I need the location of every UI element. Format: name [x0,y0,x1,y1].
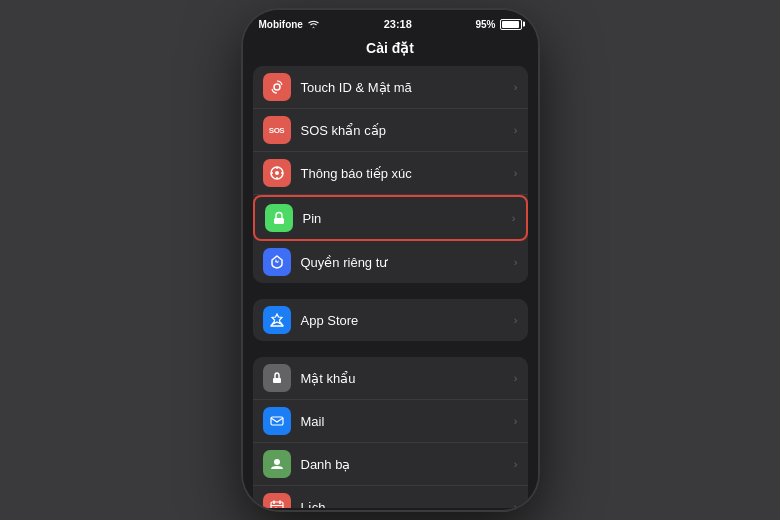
svg-rect-15 [275,508,277,509]
status-bar: Mobifone 23:18 95% [243,10,538,36]
pin-item[interactable]: Pin › [253,195,528,241]
contact-tracing-item[interactable]: Thông báo tiếp xúc › [253,152,528,195]
svg-point-4 [276,177,278,179]
svg-rect-7 [274,218,284,224]
contacts-item[interactable]: Danh bạ › [253,443,528,486]
calendar-item[interactable]: Lịch › [253,486,528,508]
mail-chevron: › [514,415,518,427]
svg-point-2 [275,171,279,175]
pin-chevron: › [512,212,516,224]
svg-rect-9 [271,417,283,425]
appstore-chevron: › [514,314,518,326]
contact-tracing-icon [263,159,291,187]
privacy-chevron: › [514,256,518,268]
password-label: Mật khẩu [301,371,514,386]
time-display: 23:18 [384,18,412,30]
password-chevron: › [514,372,518,384]
spacer-2 [243,345,538,353]
security-group: Touch ID & Mật mã › SOS SOS khẩn cấp › [253,66,528,283]
phone-frame: Mobifone 23:18 95% Cài đặt [243,10,538,510]
calendar-label: Lịch [301,500,514,509]
mail-label: Mail [301,414,514,429]
contacts-chevron: › [514,458,518,470]
sos-chevron: › [514,124,518,136]
touch-id-chevron: › [514,81,518,93]
svg-point-5 [271,172,273,174]
privacy-icon [263,248,291,276]
touch-id-label: Touch ID & Mật mã [301,80,514,95]
mail-item[interactable]: Mail › [253,400,528,443]
sos-item[interactable]: SOS SOS khẩn cấp › [253,109,528,152]
svg-point-0 [274,84,280,90]
battery-percentage: 95% [475,19,495,30]
svg-rect-8 [273,378,281,383]
pin-icon [265,204,293,232]
privacy-item[interactable]: Quyền riêng tư › [253,241,528,283]
touch-id-icon [263,73,291,101]
spacer-1 [243,287,538,295]
privacy-label: Quyền riêng tư [301,255,514,270]
sos-label: SOS khẩn cấp [301,123,514,138]
appstore-icon [263,306,291,334]
battery-info: 95% [475,19,521,30]
password-icon [263,364,291,392]
contacts-icon [263,450,291,478]
carrier-label: Mobifone [259,19,303,30]
screen-title: Cài đặt [243,36,538,62]
appstore-item[interactable]: App Store › [253,299,528,341]
battery-icon [500,19,522,30]
settings-list: Touch ID & Mật mã › SOS SOS khẩn cấp › [243,62,538,508]
wifi-icon [307,19,320,29]
sos-icon: SOS [263,116,291,144]
calendar-icon [263,493,291,508]
appstore-group: App Store › [253,299,528,341]
svg-point-3 [276,167,278,169]
calendar-chevron: › [514,501,518,508]
contacts-label: Danh bạ [301,457,514,472]
mail-icon [263,407,291,435]
contact-tracing-chevron: › [514,167,518,179]
contact-tracing-label: Thông báo tiếp xúc [301,166,514,181]
svg-point-6 [281,172,283,174]
svg-point-10 [274,459,280,465]
carrier-info: Mobifone [259,19,320,30]
password-item[interactable]: Mật khẩu › [253,357,528,400]
apps-group: Mật khẩu › Mail › [253,357,528,508]
touch-id-item[interactable]: Touch ID & Mật mã › [253,66,528,109]
pin-label: Pin [303,211,512,226]
appstore-label: App Store [301,313,514,328]
